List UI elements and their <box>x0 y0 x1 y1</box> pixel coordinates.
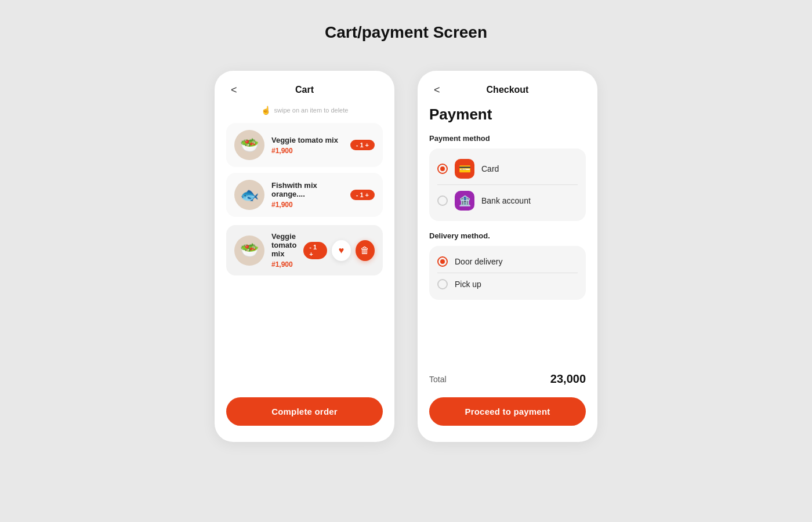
qty-badge[interactable]: - 1 + <box>350 140 375 150</box>
payment-option-bank[interactable]: 🏦 Bank account <box>437 184 578 216</box>
radio-door <box>437 256 448 267</box>
radio-inner-card <box>440 166 445 171</box>
revealed-item-name: Veggie tomato mix <box>271 232 296 258</box>
page-title: Cart/payment Screen <box>325 23 487 42</box>
door-delivery-label: Door delivery <box>455 257 502 266</box>
item-info: Fishwith mix orange.... #1,900 <box>271 181 343 209</box>
swipe-icon: ☝️ <box>261 106 271 115</box>
cart-title: Cart <box>295 85 314 95</box>
swipe-hint: ☝️ swipe on an item to delete <box>226 106 383 115</box>
item-price: #1,900 <box>271 201 343 209</box>
revealed-actions: - 1 + ♥ 🗑 <box>303 240 375 261</box>
card-label: Card <box>481 164 499 173</box>
radio-bank <box>437 195 448 206</box>
cart-items-list: 🥗 Veggie tomato mix #1,900 - 1 + 🐟 Fishw… <box>226 123 383 331</box>
checkout-screen: < Checkout Payment Payment method 💳 Card… <box>418 71 597 442</box>
checkout-back-button[interactable]: < <box>429 82 445 99</box>
pickup-label: Pick up <box>455 280 481 289</box>
checkout-header: < Checkout <box>429 85 586 95</box>
card-icon: 💳 <box>455 159 474 179</box>
delivery-option-pickup[interactable]: Pick up <box>437 273 578 295</box>
cart-screen: < Cart ☝️ swipe on an item to delete 🥗 V… <box>215 71 394 442</box>
item-info: Veggie tomato mix #1,900 <box>271 136 343 155</box>
cart-item: 🥗 Veggie tomato mix #1,900 - 1 + <box>226 123 383 167</box>
payment-title: Payment <box>429 106 586 124</box>
bank-label: Bank account <box>481 196 531 205</box>
delivery-method-label: Delivery method. <box>429 231 586 240</box>
revealed-qty-badge[interactable]: - 1 + <box>303 242 327 259</box>
item-image: 🐟 <box>234 180 264 210</box>
wishlist-button[interactable]: ♥ <box>332 240 351 261</box>
item-name: Fishwith mix orange.... <box>271 181 343 198</box>
cart-back-button[interactable]: < <box>226 82 242 99</box>
radio-card <box>437 164 448 174</box>
item-image-revealed: 🥗 <box>234 235 264 266</box>
total-amount: 23,000 <box>550 372 586 386</box>
item-image: 🥗 <box>234 130 264 160</box>
payment-method-label: Payment method <box>429 134 586 143</box>
payment-option-card[interactable]: 💳 Card <box>437 153 578 184</box>
item-name: Veggie tomato mix <box>271 136 343 144</box>
revealed-item-price: #1,900 <box>271 260 296 269</box>
delete-button[interactable]: 🗑 <box>356 240 375 261</box>
item-price: #1,900 <box>271 147 343 155</box>
total-label: Total <box>429 375 447 384</box>
radio-inner-door <box>440 259 445 264</box>
cart-item: 🐟 Fishwith mix orange.... #1,900 - 1 + <box>226 173 383 217</box>
payment-options-box: 💳 Card 🏦 Bank account <box>429 148 586 221</box>
cart-item-revealed: 🥗 Veggie tomato mix #1,900 - 1 + ♥ 🗑 <box>226 225 383 276</box>
bank-icon: 🏦 <box>455 191 474 211</box>
delivery-option-door[interactable]: Door delivery <box>437 251 578 273</box>
delivery-options-box: Door delivery Pick up <box>429 246 586 300</box>
qty-badge[interactable]: - 1 + <box>350 190 375 200</box>
proceed-to-payment-button[interactable]: Proceed to payment <box>429 397 586 426</box>
checkout-title: Checkout <box>487 85 529 95</box>
swipe-hint-text: swipe on an item to delete <box>274 107 349 114</box>
revealed-info: Veggie tomato mix #1,900 <box>271 232 296 269</box>
radio-pickup <box>437 279 448 289</box>
complete-order-button[interactable]: Complete order <box>226 397 383 426</box>
total-row: Total 23,000 <box>429 372 586 386</box>
cart-header: < Cart <box>226 85 383 95</box>
screens-container: < Cart ☝️ swipe on an item to delete 🥗 V… <box>215 71 597 442</box>
